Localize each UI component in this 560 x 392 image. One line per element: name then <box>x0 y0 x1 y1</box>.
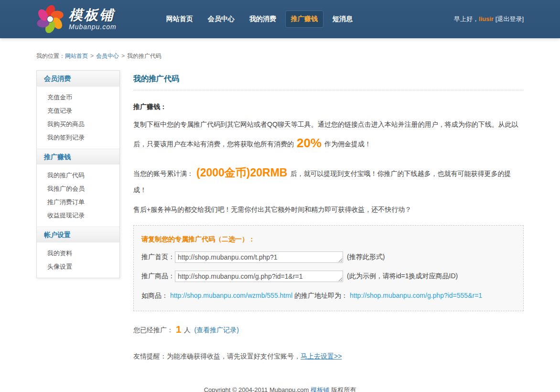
promotion-stats: 您已经推广：1人 (查看推广记录) <box>133 324 524 335</box>
commission-rate-highlight: 20% <box>297 136 322 150</box>
paragraph-withdraw: 当您的账号累计满：(2000金币)20RMB后，就可以提现到支付宝哦！你推广的下… <box>133 162 524 196</box>
logo-text: 模板铺 Mubanpu.com <box>69 8 117 31</box>
sidebar-item-my-profile[interactable]: 我的资料 <box>37 247 119 260</box>
promo-product-row: 推广商品： http://shop.mubanpu.com/g.php?id=1… <box>141 271 516 282</box>
reminder-line: 友情提醒：为能准确获得收益，请先设置好支付宝账号，马上去设置>> <box>133 352 524 361</box>
promo-example-product-url[interactable]: http://shop.mubanpu.com/wzmb/555.html <box>170 292 292 299</box>
nav-item-home[interactable]: 网站首页 <box>161 11 199 28</box>
sidebar-section-account: 帐户设置 <box>37 227 119 242</box>
nav-item-my-consumption[interactable]: 我的消费 <box>244 11 282 28</box>
sidebar-item-avatar-settings[interactable]: 头像设置 <box>37 260 119 273</box>
paragraph-withdraw-text: 当您的账号累计满： <box>133 170 194 177</box>
stats-suffix: 人 <box>184 326 191 334</box>
logout-link[interactable]: [退出登录] <box>495 15 524 22</box>
promo-example-line: 如商品：http://shop.mubanpu.com/wzmb/555.htm… <box>141 290 516 302</box>
promoted-count: 1 <box>176 324 182 335</box>
sidebar-item-promo-code[interactable]: 我的推广代码 <box>37 169 119 182</box>
promo-example-promo-url[interactable]: http://shop.mubanpu.com/g.php?id=555&r=1 <box>350 292 482 299</box>
logo-subtitle: Mubanpu.com <box>69 23 117 31</box>
promo-product-note: (此为示例，请将id=1换成对应商品ID) <box>347 272 458 281</box>
promo-homepage-row: 推广首页： http://shop.mubanpu.com/t.php?1 (推… <box>141 251 516 263</box>
sidebar-list-promotion: 我的推广代码 我推广的会员 推广消费订单 收益提现记录 <box>37 164 119 227</box>
main-content: 我的推广代码 推广赚钱： 复制下框中您的专属推广代码到其它网站或者QQ聊天等工具… <box>133 70 524 361</box>
sidebar-item-promo-orders[interactable]: 推广消费订单 <box>37 196 119 209</box>
sidebar-item-recharge-records[interactable]: 充值记录 <box>37 104 119 118</box>
setup-alipay-link[interactable]: 马上去设置>> <box>301 352 342 360</box>
breadcrumb: 我的位置：网站首页>会员中心>我的推广代码 <box>36 52 524 60</box>
sidebar-section-consumption: 会员消费 <box>37 71 119 87</box>
copyright-suffix: 版权所有 <box>331 386 356 392</box>
page-title: 我的推广代码 <box>133 70 524 90</box>
reminder-text: 友情提醒：为能准确获得收益，请先设置好支付宝账号， <box>133 352 301 360</box>
logo[interactable]: 模板铺 Mubanpu.com <box>36 5 117 33</box>
header: 模板铺 Mubanpu.com 网站首页 会员中心 我的消费 推广赚钱 短消息 … <box>0 0 560 38</box>
promo-box-heading: 请复制您的专属推广代码（二选一）： <box>141 235 516 244</box>
main-nav: 网站首页 会员中心 我的消费 推广赚钱 短消息 <box>161 11 358 28</box>
promo-homepage-note: (推荐此形式) <box>347 253 385 261</box>
user-info: 早上好，liusir [退出登录] <box>454 15 524 23</box>
promo-product-input[interactable]: http://shop.mubanpu.com/g.php?id=1&r=1 <box>175 271 343 282</box>
promo-homepage-label: 推广首页： <box>141 253 175 261</box>
greeting-text: 早上好， <box>454 15 479 22</box>
breadcrumb-separator: > <box>121 53 125 59</box>
breadcrumb-member-link[interactable]: 会员中心 <box>96 53 119 59</box>
sidebar-item-checkin-records[interactable]: 我的签到记录 <box>37 131 119 144</box>
nav-item-member-center[interactable]: 会员中心 <box>202 11 240 28</box>
breadcrumb-home-link[interactable]: 网站首页 <box>65 53 88 59</box>
promo-example-middle: 的推广地址即为： <box>294 292 348 299</box>
sidebar-item-promoted-members[interactable]: 我推广的会员 <box>37 182 119 196</box>
breadcrumb-separator: > <box>90 53 94 59</box>
copyright-text: Copyright © 2004-2011 Mubanpu.com <box>204 386 309 392</box>
footer: Copyright © 2004-2011 Mubanpu.com模板铺版权所有 <box>36 386 524 392</box>
promo-example-prefix: 如商品： <box>141 292 168 299</box>
paragraph-commission: 复制下框中您的专属推广代码到其它网站或者QQ聊天等工具。通过您的链接点击进入本站… <box>133 118 524 155</box>
sidebar-item-withdraw-records[interactable]: 收益提现记录 <box>37 209 119 222</box>
username-link[interactable]: liusir <box>479 15 494 22</box>
sidebar-item-recharge-coins[interactable]: 充值金币 <box>37 91 119 104</box>
paragraph-commission-text2: 作为佣金提成！ <box>324 140 371 148</box>
intro-heading: 推广赚钱： <box>133 103 524 111</box>
breadcrumb-prefix: 我的位置： <box>36 53 65 59</box>
paragraph-service: 售后+服务神马的都交给我们吧！无需你付出其它额外时间和精力即可获得收益，还不快行… <box>133 203 524 216</box>
logo-pinwheel-icon <box>36 5 64 33</box>
promo-homepage-input[interactable]: http://shop.mubanpu.com/t.php?1 <box>175 251 343 263</box>
view-promo-records-link[interactable]: (查看推广记录) <box>194 326 239 334</box>
nav-item-promotion[interactable]: 推广赚钱 <box>285 11 323 28</box>
sidebar-list-consumption: 充值金币 充值记录 我购买的商品 我的签到记录 <box>37 87 119 149</box>
sidebar-list-account: 我的资料 头像设置 <box>37 242 119 278</box>
logo-title: 模板铺 <box>69 8 117 23</box>
sidebar: 会员消费 充值金币 充值记录 我购买的商品 我的签到记录 推广赚钱 我的推广代码… <box>36 70 120 278</box>
footer-brand-link[interactable]: 模板铺 <box>311 386 329 392</box>
breadcrumb-current: 我的推广代码 <box>127 53 162 59</box>
nav-item-messages[interactable]: 短消息 <box>327 11 358 28</box>
sidebar-item-purchased-goods[interactable]: 我购买的商品 <box>37 118 119 131</box>
promo-code-box: 请复制您的专属推广代码（二选一）： 推广首页： http://shop.muba… <box>133 225 524 311</box>
withdraw-threshold-highlight: (2000金币)20RMB <box>196 166 287 179</box>
sidebar-section-promotion: 推广赚钱 <box>37 149 119 164</box>
stats-prefix: 您已经推广： <box>133 326 173 334</box>
promo-product-label: 推广商品： <box>141 272 175 281</box>
